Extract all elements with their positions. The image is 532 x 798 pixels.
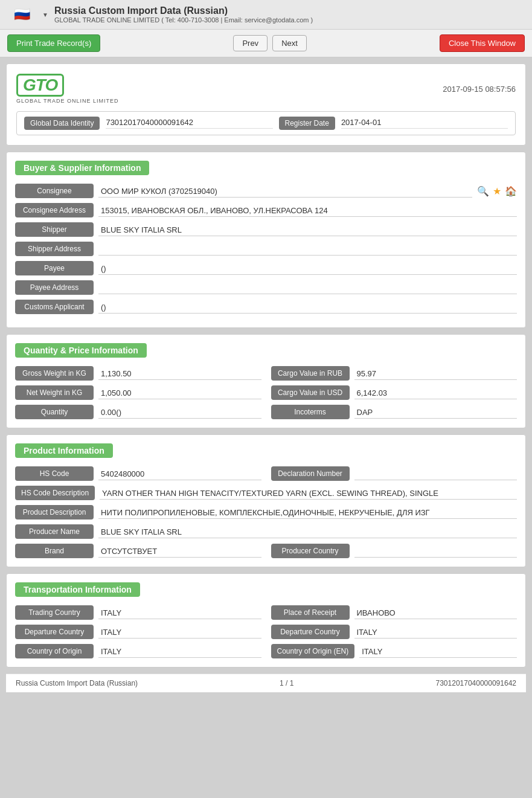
quantity-price-fields: Gross Weight in KG 1,130.50 Cargo Value … (15, 366, 517, 419)
global-data-value: 73012017040000091642 (106, 118, 272, 129)
top-bar: 🇷🇺 ▼ Russia Custom Import Data (Russian)… (0, 0, 532, 30)
register-date-value: 2017-04-01 (341, 118, 508, 129)
producer-name-value: BLUE SKY ITALIA SRL (98, 525, 517, 538)
footer-center: 1 / 1 (280, 679, 293, 687)
page-content: GTO GLOBAL TRADE ONLINE LIMITED 2017-09-… (0, 57, 532, 698)
producer-country-row: Producer Country (271, 544, 518, 558)
product-desc-label: Product Description (15, 505, 94, 520)
product-title: Product Information (15, 443, 113, 458)
trading-country-label: Trading Country (15, 605, 94, 620)
hs-decl-row: HS Code 5402480000 Declaration Number (15, 466, 517, 481)
brand-producer-row: Brand ОТСУТСТВУЕТ Producer Country (15, 544, 517, 558)
shipper-value: BLUE SKY ITALIA SRL (98, 223, 517, 236)
gross-weight-value: 1,130.50 (98, 367, 261, 380)
departure-country-label: Departure Country (15, 625, 94, 639)
brand-row: Brand ОТСУТСТВУЕТ (15, 544, 261, 558)
logo-gto: GTO (16, 74, 64, 97)
star-icon[interactable]: ★ (493, 185, 501, 197)
customs-applicant-value: () (98, 300, 517, 314)
close-button[interactable]: Close This Window (440, 34, 525, 52)
cargo-usd-label: Cargo Value in USD (271, 385, 350, 400)
producer-name-row: Producer Name BLUE SKY ITALIA SRL (15, 524, 517, 539)
country-of-origin-en-value: ITALY (359, 645, 517, 658)
product-desc-value: НИТИ ПОЛИПРОПИЛЕНОВЫЕ, КОМПЛЕКСНЫЕ,ОДИНО… (98, 506, 517, 519)
net-weight-value: 1,050.00 (98, 386, 261, 399)
hs-code-row: HS Code 5402480000 (15, 466, 261, 481)
departure-country2-label: Departure Country (271, 625, 350, 639)
next-button[interactable]: Next (272, 35, 307, 51)
transportation-fields: Trading Country ITALY Place of Receipt И… (15, 605, 517, 658)
payee-row: Payee () (15, 261, 517, 275)
payee-label: Payee (15, 261, 94, 275)
departure-country-value: ITALY (98, 625, 261, 639)
header-card: GTO GLOBAL TRADE ONLINE LIMITED 2017-09-… (6, 63, 526, 146)
cargo-usd-row: Cargo Value in USD 6,142.03 (271, 385, 518, 400)
hs-desc-row: HS Code Description YARN OTHER THAN HIGH… (15, 486, 517, 500)
footer-right: 73012017040000091642 (436, 679, 516, 687)
consignee-address-value: 153015, ИВАНОВСКАЯ ОБЛ., ИВАНОВО, УЛ.НЕК… (98, 204, 517, 217)
cargo-usd-value: 6,142.03 (354, 386, 518, 399)
departure-country2-row: Departure Country ITALY (271, 625, 518, 639)
prev-button[interactable]: Prev (233, 35, 268, 51)
footer-left: Russia Custom Import Data (Russian) (16, 679, 138, 687)
print-button[interactable]: Print Trade Record(s) (7, 34, 100, 52)
place-of-receipt-label: Place of Receipt (271, 605, 350, 620)
departure-country2-value: ITALY (354, 625, 518, 639)
shipper-address-row: Shipper Address (15, 242, 517, 256)
gross-weight-row: Gross Weight in KG 1,130.50 (15, 366, 261, 381)
brand-value: ОТСУТСТВУЕТ (98, 544, 261, 558)
dropdown-arrow[interactable]: ▼ (42, 11, 48, 18)
buyer-supplier-section: Buyer & Supplier Information Consignee О… (6, 152, 526, 328)
consignee-address-row: Consignee Address 153015, ИВАНОВСКАЯ ОБЛ… (15, 203, 517, 217)
producer-country-value (354, 544, 518, 558)
global-data-label: Global Data Identity (24, 117, 100, 130)
quantity-row: Quantity 0.00() (15, 405, 261, 419)
declaration-number-value (354, 467, 518, 480)
register-date-label: Register Date (279, 117, 335, 130)
incoterms-label: Incoterms (271, 405, 350, 419)
gross-weight-label: Gross Weight in KG (15, 366, 94, 381)
hs-code-value: 5402480000 (98, 467, 261, 480)
incoterms-value: DAP (354, 405, 518, 419)
quantity-label: Quantity (15, 405, 94, 419)
cargo-rub-value: 95.97 (354, 367, 518, 380)
country-of-origin-row: Country of Origin ITALY (15, 644, 261, 658)
net-weight-row: Net Weight in KG 1,050.00 (15, 385, 261, 400)
product-section: Product Information HS Code 5402480000 D… (6, 434, 526, 567)
country-of-origin-en-row: Country of Origin (EN) ITALY (271, 644, 518, 658)
cargo-rub-label: Cargo Value in RUB (271, 366, 350, 381)
transportation-title: Transportation Information (15, 582, 140, 597)
payee-value: () (98, 262, 517, 275)
buyer-supplier-title: Buyer & Supplier Information (15, 161, 149, 175)
home-icon[interactable]: 🏠 (505, 185, 517, 197)
consignee-label: Consignee (15, 184, 94, 198)
consignee-value: ООО МИР КУКОЛ (3702519040) (98, 184, 472, 198)
place-of-receipt-row: Place of Receipt ИВАНОВО (271, 605, 518, 620)
consignee-row: Consignee ООО МИР КУКОЛ (3702519040) 🔍 ★… (15, 184, 517, 198)
payee-address-value (98, 281, 517, 294)
producer-name-label: Producer Name (15, 524, 94, 539)
top-bar-subtitle: GLOBAL TRADE ONLINE LIMITED ( Tel: 400-7… (54, 16, 313, 24)
shipper-label: Shipper (15, 222, 94, 237)
customs-applicant-row: Customs Applicant () (15, 300, 517, 314)
hs-code-label: HS Code (15, 466, 94, 481)
quantity-value: 0.00() (98, 405, 261, 419)
country-of-origin-en-label: Country of Origin (EN) (271, 644, 355, 658)
toolbar: Print Trade Record(s) Prev Next Close Th… (0, 30, 532, 57)
identity-row: Global Data Identity 7301201704000009164… (16, 111, 516, 135)
search-icon[interactable]: 🔍 (477, 185, 489, 197)
declaration-number-row: Declaration Number (271, 466, 518, 481)
place-of-receipt-value: ИВАНОВО (354, 606, 518, 619)
declaration-number-label: Declaration Number (271, 466, 350, 481)
payee-address-row: Payee Address (15, 280, 517, 295)
cargo-rub-row: Cargo Value in RUB 95.97 (271, 366, 518, 381)
producer-country-label: Producer Country (271, 544, 350, 558)
country-of-origin-value: ITALY (98, 645, 261, 658)
timestamp: 2017-09-15 08:57:56 (443, 85, 516, 94)
departure-country-row: Departure Country ITALY (15, 625, 261, 639)
brand-label: Brand (15, 544, 94, 558)
incoterms-row: Incoterms DAP (271, 405, 518, 419)
trading-country-value: ITALY (98, 606, 261, 619)
trading-country-row: Trading Country ITALY (15, 605, 261, 620)
hs-desc-value: YARN OTHER THAN HIGH TENACITY/TEXTURED Y… (100, 486, 517, 500)
